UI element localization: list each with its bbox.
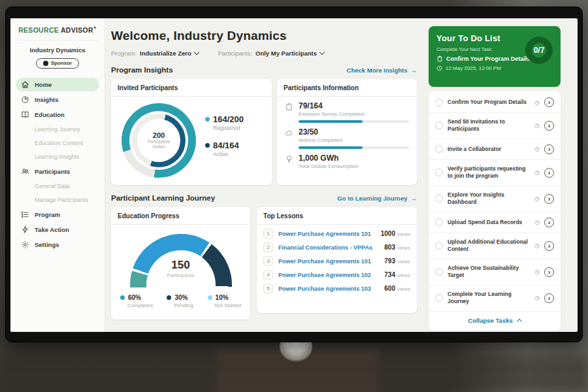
main-content: Welcome, Industry Dynamics Program: Indu… xyxy=(111,18,417,332)
registered-value: 164/200 xyxy=(213,114,244,124)
sponsor-badge-label: Sponsor xyxy=(51,60,72,66)
participants-information-card: Participants Information 79/164 Emission… xyxy=(277,79,417,185)
sidebar-item-settings[interactable]: Settings xyxy=(16,238,99,252)
task-row[interactable]: Explore Your Insights Dashboard ◷ › xyxy=(429,186,561,212)
logo-advisor: ADVISOR xyxy=(61,26,93,34)
task-checkbox[interactable] xyxy=(435,242,443,250)
clipboard-icon xyxy=(436,56,443,62)
active-label: Active xyxy=(213,151,244,157)
lesson-row: 2 Financial Considerations - VPPAs 803vi… xyxy=(257,238,417,252)
global-consumption-value: 1,000 GWh xyxy=(299,154,359,163)
lesson-rank: 1 xyxy=(263,229,273,238)
check-more-insights-link[interactable]: Check More Insights → xyxy=(347,67,417,74)
lesson-link[interactable]: Power Purchase Agreements 102 xyxy=(278,272,379,278)
sidebar-item-home[interactable]: Home xyxy=(16,78,99,91)
lesson-link[interactable]: Financial Considerations - VPPAs xyxy=(278,244,379,251)
stat-actions-completed: 23/50 Actions Completed xyxy=(277,123,417,143)
task-row[interactable]: Upload Additional Educational Content ◷ … xyxy=(429,233,561,259)
task-go-button[interactable]: › xyxy=(544,97,554,107)
section-title: Program Insights xyxy=(111,66,173,74)
sidebar-item-insights[interactable]: Insights xyxy=(16,93,99,106)
task-checkbox[interactable] xyxy=(435,122,443,129)
task-go-button[interactable]: › xyxy=(544,267,554,277)
section-title: Participant Learning Journey xyxy=(111,194,215,202)
task-checkbox[interactable] xyxy=(435,294,443,302)
learning-journey-header: Participant Learning Journey Go to Learn… xyxy=(111,194,417,202)
donut-chart-area: 200 Participants Invited 164/200 xyxy=(111,97,272,178)
sidebar-item-take-action[interactable]: Take Action xyxy=(16,223,99,237)
lesson-rank: 3 xyxy=(263,256,273,266)
task-row[interactable]: Verify participants requesting to join t… xyxy=(429,160,561,186)
gear-icon xyxy=(21,240,29,249)
sidebar-item-participants[interactable]: Participants xyxy=(16,165,99,178)
sponsor-badge[interactable]: Sponsor xyxy=(36,58,79,69)
task-row[interactable]: Complete Your Learning Journey ◷ › xyxy=(429,286,561,312)
task-label: Achieve One Sustainability Target xyxy=(448,265,530,280)
task-label: Explore Your Insights Dashboard xyxy=(448,191,530,206)
sidebar-item-education-content[interactable]: Education Content xyxy=(16,137,99,150)
chevron-down-icon xyxy=(319,50,325,55)
org-name: Industry Dynamics xyxy=(10,46,105,54)
donut-center: 200 Participants Invited xyxy=(137,119,180,162)
task-checkbox[interactable] xyxy=(435,218,443,226)
todo-progress-ring: 0/7 xyxy=(525,37,553,64)
learning-cards-row: Education Progress 150 Participants 60% xyxy=(111,207,417,319)
clock-icon: ◷ xyxy=(534,99,540,106)
clock-icon: ◷ xyxy=(534,169,540,176)
legend-dot xyxy=(205,117,210,122)
program-label: Program: xyxy=(111,50,137,57)
task-go-button[interactable]: › xyxy=(544,194,554,204)
legend-dot xyxy=(120,295,125,300)
task-row[interactable]: Send 50 Invitations to Participants ◷ › xyxy=(429,113,561,139)
lesson-row: 3 Power Purchase Agreements 101 793views xyxy=(257,252,417,266)
lesson-views: 803views xyxy=(384,244,410,251)
task-row[interactable]: Achieve One Sustainability Target ◷ › xyxy=(429,259,561,286)
todo-panel: Your To Do List Complete Your Next Task:… xyxy=(429,18,561,332)
sidebar-item-learning-journey[interactable]: Learning Journey xyxy=(16,123,99,136)
task-go-button[interactable]: › xyxy=(544,121,554,131)
task-go-button[interactable]: › xyxy=(544,218,554,227)
program-dropdown[interactable]: Program: Industrialize Zero xyxy=(111,50,199,57)
sidebar-item-general-data[interactable]: General Data xyxy=(16,180,99,193)
lesson-link[interactable]: Power Purchase Agreements 103 xyxy=(278,286,379,292)
lesson-row: 1 Power Purchase Agreements 101 1000view… xyxy=(257,225,417,238)
lesson-link[interactable]: Power Purchase Agreements 101 xyxy=(278,258,379,265)
sidebar: RESOURCE ADVISOR+ Industry Dynamics Spon… xyxy=(10,18,105,332)
task-row[interactable]: Confirm Your Program Details ◷ › xyxy=(429,92,561,113)
clock-icon: ◷ xyxy=(534,219,540,225)
task-go-button[interactable]: › xyxy=(544,293,554,303)
task-checkbox[interactable] xyxy=(435,268,443,276)
sidebar-item-education[interactable]: Education xyxy=(16,108,99,122)
task-row[interactable]: Upload Spend Data Records ◷ › xyxy=(429,212,561,233)
participants-value: Only My Participants xyxy=(255,50,317,57)
task-checkbox[interactable] xyxy=(435,169,443,176)
people-icon xyxy=(21,167,29,176)
sidebar-item-manage-participants[interactable]: Manage Participants xyxy=(16,193,99,206)
lesson-row: 4 Power Purchase Agreements 102 734views xyxy=(257,266,417,280)
task-row[interactable]: Invite a Collaborator ◷ › xyxy=(429,139,561,160)
collapse-tasks-link[interactable]: Collapse Tasks xyxy=(429,312,561,330)
lesson-rank: 4 xyxy=(263,270,273,280)
sidebar-item-label: Education xyxy=(35,111,65,118)
stat-global-consumption: 1,000 GWh Total Global Consumption xyxy=(277,149,417,169)
task-checkbox[interactable] xyxy=(435,99,443,106)
program-insights-header: Program Insights Check More Insights → xyxy=(111,66,417,74)
task-checkbox[interactable] xyxy=(435,145,443,153)
task-checkbox[interactable] xyxy=(435,195,443,203)
task-go-button[interactable]: › xyxy=(544,168,554,178)
task-go-button[interactable]: › xyxy=(544,144,554,154)
bolt-icon xyxy=(21,225,29,234)
sidebar-item-learning-insights[interactable]: Learning Insights xyxy=(16,150,99,163)
sidebar-item-program[interactable]: Program xyxy=(16,208,99,221)
home-icon xyxy=(21,80,29,89)
logo-resource: RESOURCE xyxy=(18,26,59,34)
participants-dropdown[interactable]: Participants: Only My Participants xyxy=(218,50,324,57)
lesson-rank: 2 xyxy=(263,242,273,252)
invited-participants-card: Invited Participants 200 Participants In… xyxy=(111,79,272,185)
lesson-link[interactable]: Power Purchase Agreements 101 xyxy=(278,231,376,237)
sponsor-dot-icon xyxy=(43,61,48,66)
clock-icon: ◷ xyxy=(534,122,540,129)
task-go-button[interactable]: › xyxy=(544,241,554,251)
legend-item-active: 84/164 Active xyxy=(205,140,244,157)
go-to-learning-journey-link[interactable]: Go to Learning Journey → xyxy=(337,195,417,202)
